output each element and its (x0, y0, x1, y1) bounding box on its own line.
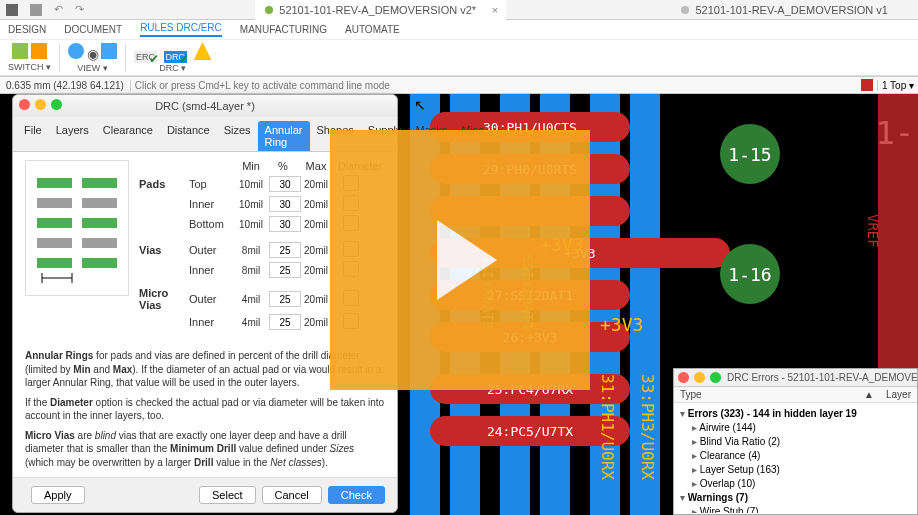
tab-label: 52101-101-REV-A_DEMOVERSION v1 (695, 4, 888, 16)
sort-icon[interactable]: ▲ (858, 389, 880, 400)
cancel-button[interactable]: Cancel (262, 486, 322, 504)
svg-rect-7 (82, 238, 117, 248)
svg-rect-1 (82, 178, 117, 188)
drc-group[interactable]: ERC✔ DRC✔ DRC ▾ (134, 42, 212, 73)
dialog-title: DRC (smd-4Layer *) (155, 100, 255, 112)
grid-icon (101, 43, 117, 59)
net-label: +3V3 (600, 314, 643, 335)
layer-selector[interactable]: 1 Top ▾ (877, 80, 918, 91)
undo-icon[interactable]: ↶ (48, 3, 69, 16)
cursor-icon: ↖ (414, 97, 426, 113)
errors-tree[interactable]: Errors (323) - 144 in hidden layer 19Air… (674, 403, 917, 513)
warning-icon (194, 42, 212, 60)
net-label: 33:PH3/U0RX (638, 374, 657, 480)
errors-header: Type ▲ Layer (674, 387, 917, 403)
drc-tab-annular-ring[interactable]: Annular Ring (258, 121, 310, 151)
video-play-overlay[interactable] (330, 130, 590, 390)
view-group[interactable]: ◉ VIEW ▾ (68, 43, 117, 73)
info-icon (68, 43, 84, 59)
error-tree-item[interactable]: Wire Stub (7) (680, 505, 911, 513)
redo-icon[interactable]: ↷ (69, 3, 90, 16)
ribbon-tab-design[interactable]: DESIGN (8, 24, 46, 35)
switch-icon-2 (31, 43, 47, 59)
close-icon[interactable] (678, 372, 689, 383)
drc-tab-sizes[interactable]: Sizes (217, 121, 258, 151)
tab-modified-icon (265, 6, 273, 14)
svg-rect-5 (82, 218, 117, 228)
eye-icon: ◉ (87, 46, 99, 62)
annular-ring-diagram (25, 160, 129, 296)
ribbon-toolbar: SWITCH ▾ ◉ VIEW ▾ ERC✔ DRC✔ DRC ▾ (0, 40, 918, 76)
drc-tab-layers[interactable]: Layers (49, 121, 96, 151)
ribbon-tab-manufacturing[interactable]: MANUFACTURING (240, 24, 327, 35)
drc-tab-file[interactable]: File (17, 121, 49, 151)
error-tree-item[interactable]: Errors (323) - 144 in hidden layer 19 (680, 407, 911, 421)
close-icon[interactable]: × (492, 4, 498, 16)
via: 1-15 (720, 124, 780, 184)
error-tree-item[interactable]: Warnings (7) (680, 491, 911, 505)
check-button[interactable]: Check (328, 486, 385, 504)
drc-errors-panel: DRC Errors - 52101-101-REV-A_DEMOVERSION… (673, 368, 918, 515)
error-tree-item[interactable]: Blind Via Ratio (2) (680, 435, 911, 449)
app-menu-icon[interactable] (6, 4, 18, 16)
dialog-titlebar[interactable]: DRC (smd-4Layer *) (13, 95, 397, 117)
coordinates: 0.635 mm (42.198 64.121) (0, 80, 131, 91)
select-button[interactable]: Select (199, 486, 256, 504)
command-input[interactable] (131, 77, 857, 93)
document-tab-inactive[interactable]: 52101-101-REV-A_DEMOVERSION v1 (671, 0, 918, 20)
col-pct: % (269, 160, 297, 172)
errors-title: DRC Errors - 52101-101-REV-A_DEMOVERSION… (727, 372, 917, 383)
close-icon[interactable] (19, 99, 30, 110)
error-tree-item[interactable]: Airwire (144) (680, 421, 911, 435)
document-tab-active[interactable]: 52101-101-REV-A_DEMOVERSION v2* × (255, 0, 506, 20)
doc-icon[interactable] (30, 4, 42, 16)
dialog-footer: Apply Select Cancel Check (13, 477, 397, 512)
minimize-icon[interactable] (35, 99, 46, 110)
svg-rect-2 (37, 198, 72, 208)
via: 1-16 (720, 244, 780, 304)
drc-tab-clearance[interactable]: Clearance (96, 121, 160, 151)
svg-rect-0 (37, 178, 72, 188)
col-type[interactable]: Type (674, 389, 858, 400)
svg-rect-8 (37, 258, 72, 268)
error-tree-item[interactable]: Overlap (10) (680, 477, 911, 491)
svg-rect-4 (37, 218, 72, 228)
ribbon-tab-automate[interactable]: AUTOMATE (345, 24, 400, 35)
svg-rect-6 (37, 238, 72, 248)
switch-label: SWITCH ▾ (8, 62, 51, 72)
svg-rect-3 (82, 198, 117, 208)
zoom-icon[interactable] (51, 99, 62, 110)
col-layer[interactable]: Layer (880, 389, 917, 400)
svg-rect-9 (82, 258, 117, 268)
error-tree-item[interactable]: Layer Setup (163) (680, 463, 911, 477)
layer-color-swatch[interactable] (861, 79, 873, 91)
ribbon-tab-rules[interactable]: RULES DRC/ERC (140, 22, 222, 37)
ribbon-tab-document[interactable]: DOCUMENT (64, 24, 122, 35)
net-label: 31:PH1/U0RX (598, 374, 617, 480)
tab-icon (681, 6, 689, 14)
apply-button[interactable]: Apply (31, 486, 85, 504)
tab-label: 52101-101-REV-A_DEMOVERSION v2* (279, 4, 476, 16)
minimize-icon[interactable] (694, 372, 705, 383)
col-min: Min (233, 160, 269, 172)
document-tab-strip: ↶ ↷ 52101-101-REV-A_DEMOVERSION v2* × 52… (0, 0, 918, 20)
view-label: VIEW ▾ (77, 63, 108, 73)
errors-titlebar[interactable]: DRC Errors - 52101-101-REV-A_DEMOVERSION… (674, 369, 917, 387)
switch-group[interactable]: SWITCH ▾ (8, 43, 51, 72)
error-tree-item[interactable]: Clearance (4) (680, 449, 911, 463)
play-icon (437, 220, 497, 300)
drc-tab-distance[interactable]: Distance (160, 121, 217, 151)
switch-icon (12, 43, 28, 59)
ribbon-menu: DESIGN DOCUMENT RULES DRC/ERC MANUFACTUR… (0, 20, 918, 40)
zoom-icon[interactable] (710, 372, 721, 383)
status-bar: 0.635 mm (42.198 64.121) 1 Top ▾ (0, 76, 918, 94)
